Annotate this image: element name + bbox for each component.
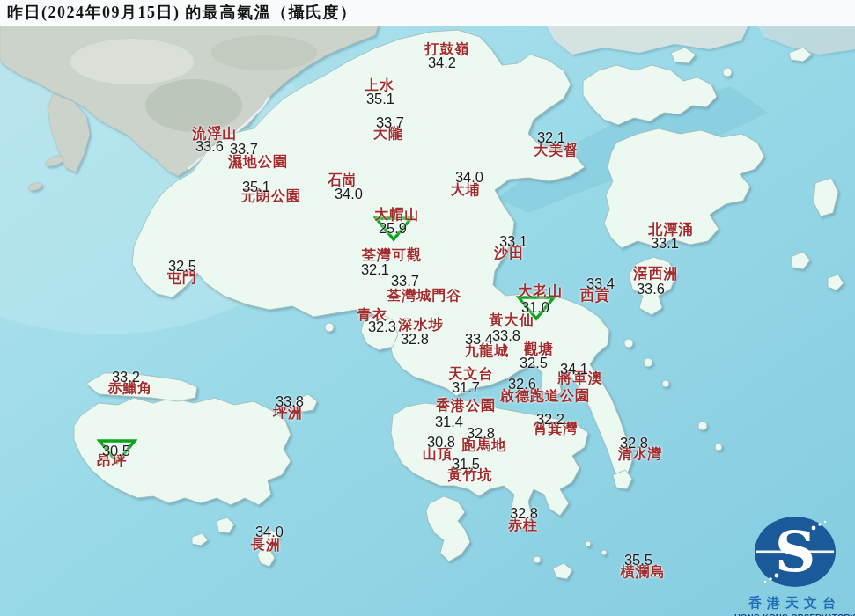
weather-map-page: 打鼓嶺34.2上水35.1大隴33.7流浮山33.6濕地公園33.7元朗公園35… [0,0,855,616]
station-value: 25.9 [379,220,407,237]
station-value: 32.8 [401,331,429,348]
hko-logo-icon: S [734,509,855,593]
station-name: 荃灣城門谷 [387,287,462,305]
station-value: 32.8 [510,505,538,522]
station-value: 34.2 [428,55,456,71]
station-value: 34.0 [455,169,483,186]
station-value: 33.6 [637,281,665,297]
station-value: 31.4 [435,414,463,430]
station-value: 31.7 [452,379,480,396]
station-value: 33.1 [651,235,679,252]
station-value: 34.0 [255,524,284,540]
page-title: 昨日(2024年09月15日) 的最高氣溫（攝氏度） [7,2,357,23]
station-value: 32.8 [467,425,495,442]
station-value: 32.3 [368,319,396,335]
station-value: 33.6 [195,138,224,155]
station-value: 33.4 [465,331,493,348]
station-name: 大老山 [519,282,564,301]
station-value: 32.8 [620,435,648,451]
station-value: 33.7 [230,141,258,158]
station-value: 33.1 [499,233,527,250]
station-value: 32.1 [537,129,565,146]
station-value: 33.8 [276,393,304,410]
station-value: 34.1 [560,361,588,378]
station-value: 30.8 [427,434,455,451]
hko-logo-english-name: HONG KONG OBSERVATORY [734,612,855,616]
station-value: 35.1 [366,91,394,107]
station-value: 34.0 [335,186,363,202]
station-value: 33.7 [391,273,419,290]
svg-text:S: S [775,518,815,584]
station-value: 31.5 [452,456,480,473]
station-value: 33.7 [376,114,404,131]
station-value: 30.5 [102,443,130,459]
station-value: 32.6 [508,376,536,392]
station-value: 35.1 [242,179,270,195]
station-value: 33.4 [586,275,615,292]
station-value: 32.2 [536,411,564,428]
hko-logo-chinese-name: 香港天文台 [734,595,855,612]
station-value: 32.5 [168,258,196,275]
station-labels-layer: 打鼓嶺34.2上水35.1大隴33.7流浮山33.6濕地公園33.7元朗公園35… [0,0,855,616]
station-value: 35.5 [624,552,652,568]
station-value: 32.5 [520,355,548,371]
station-value: 33.2 [112,369,140,385]
station-name: 香港公園 [436,397,496,415]
hko-logo: S 香港天文台 HONG KONG OBSERVATORY [734,509,855,616]
station-value: 32.1 [361,261,389,278]
